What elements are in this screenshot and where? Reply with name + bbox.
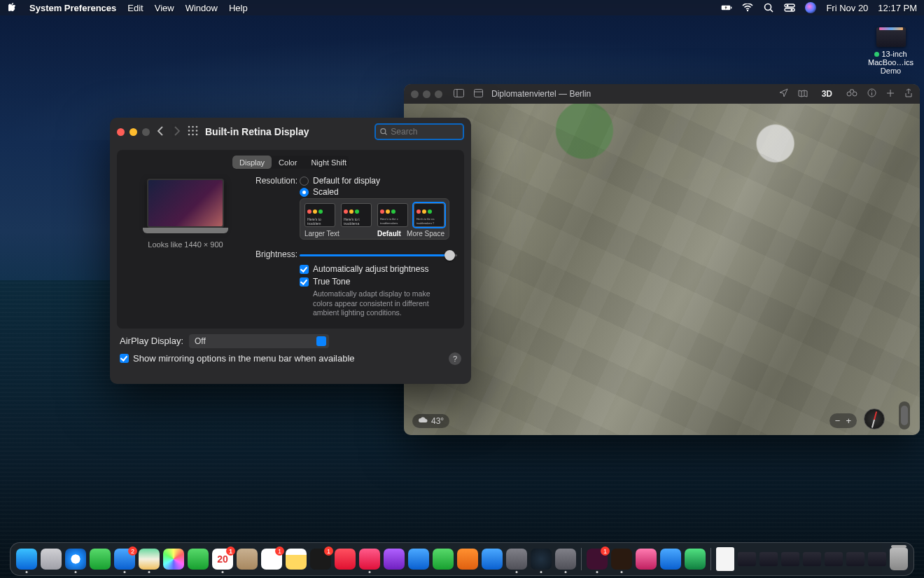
clock-time[interactable]: 12:17 PM <box>878 3 917 13</box>
map-viewport[interactable]: 43° −+ <box>404 104 920 435</box>
search-field[interactable] <box>374 123 464 140</box>
checkbox-auto-brightness[interactable]: Automatically adjust brightness <box>300 264 446 274</box>
minimized-window[interactable] <box>803 552 821 566</box>
dock-app-omnigraffle[interactable] <box>685 549 706 570</box>
dimension-toggle[interactable]: 3D <box>818 88 836 99</box>
dock-app-music[interactable] <box>359 549 380 570</box>
pref-toolbar: Built-in Retina Display <box>110 118 471 146</box>
map-mode-icon[interactable] <box>798 89 808 99</box>
weather-badge[interactable]: 43° <box>412 414 449 428</box>
scale-option-more-space[interactable]: Here's to the cratroublemakers Tones who… <box>414 203 444 227</box>
trash-icon[interactable] <box>890 548 908 570</box>
dock-app-mail[interactable]: 2 <box>114 549 135 570</box>
dock-app-pages[interactable] <box>457 549 478 570</box>
dock-app-maps[interactable] <box>139 549 160 570</box>
dock-app-podcasts[interactable] <box>384 549 405 570</box>
scale-option-default[interactable]: Here's to the ctroublemakersones who see… <box>377 203 408 227</box>
info-icon[interactable] <box>867 88 876 99</box>
scale-option-2[interactable]: Here's to ttroublemaones who <box>341 203 372 227</box>
dock-app-photos[interactable] <box>163 549 184 570</box>
dock-app-calendar[interactable]: 201 <box>212 549 233 570</box>
monitor-preview-icon <box>147 179 224 228</box>
apple-menu-icon[interactable] <box>7 2 18 13</box>
minimized-window[interactable] <box>738 552 756 566</box>
dock-app-affinity-designer[interactable] <box>660 549 681 570</box>
airplay-select[interactable]: Off⌃⌄ <box>189 334 329 348</box>
dock-app-safari[interactable] <box>65 549 86 570</box>
dock-app-syspref[interactable] <box>506 549 527 570</box>
menu-help[interactable]: Help <box>229 3 248 13</box>
menu-window[interactable]: Window <box>186 3 218 13</box>
minimize-button[interactable] <box>130 128 137 136</box>
checkbox-mirroring-menubar[interactable]: Show mirroring options in the menu bar w… <box>120 353 355 364</box>
battery-icon[interactable] <box>721 2 732 13</box>
dock-app-finder[interactable] <box>16 549 37 570</box>
location-icon[interactable] <box>779 88 788 99</box>
tab-nightshift[interactable]: Night Shift <box>304 156 349 169</box>
compass-icon[interactable] <box>864 408 885 429</box>
maps-traffic-lights[interactable] <box>411 90 442 98</box>
sidebar-toggle-icon[interactable] <box>454 89 464 99</box>
close-button[interactable] <box>117 128 125 136</box>
dock-app-reminders[interactable]: 1 <box>261 549 282 570</box>
minimized-window[interactable] <box>846 552 864 566</box>
binoculars-icon[interactable] <box>846 89 858 99</box>
zoom-in-icon[interactable]: + <box>846 415 851 426</box>
search-input[interactable] <box>391 127 458 137</box>
forward-button <box>174 126 181 138</box>
view-options-icon[interactable] <box>474 89 483 99</box>
tilt-control[interactable] <box>899 401 910 429</box>
add-bookmark-icon[interactable] <box>886 89 895 99</box>
tab-display[interactable]: Display <box>232 156 272 169</box>
show-all-button[interactable] <box>188 125 198 138</box>
dock-app-tv[interactable]: 1 <box>310 549 331 570</box>
spotlight-icon[interactable] <box>763 2 774 13</box>
clock-date[interactable]: Fri Nov 20 <box>826 3 868 13</box>
dock-app-contacts[interactable] <box>237 549 258 570</box>
minimized-window[interactable] <box>760 552 778 566</box>
radio-scaled[interactable]: Scaled <box>300 187 449 197</box>
control-center-icon[interactable] <box>784 2 795 13</box>
brightness-slider[interactable] <box>300 249 457 261</box>
true-tone-hint: Automatically adapt display to make colo… <box>313 289 446 318</box>
dock-separator <box>710 548 711 570</box>
checkbox-true-tone[interactable]: True Tone <box>300 277 446 287</box>
zoom-out-icon[interactable]: − <box>835 415 841 426</box>
dock-app-slack[interactable]: 1 <box>587 549 608 570</box>
dock-app-quicktime[interactable] <box>531 549 552 570</box>
menu-edit[interactable]: Edit <box>127 3 143 13</box>
svg-point-7 <box>787 5 789 7</box>
scale-option-larger[interactable]: Here's totroublem <box>304 203 335 227</box>
dock-app-keynote[interactable] <box>408 549 429 570</box>
svg-point-20 <box>188 126 190 128</box>
resolution-label: Resolution: <box>255 176 300 240</box>
minimized-window[interactable] <box>868 552 886 566</box>
wifi-icon[interactable] <box>742 2 753 13</box>
siri-icon[interactable] <box>805 2 816 13</box>
dock-app-messages[interactable] <box>90 549 111 570</box>
dock-app-notes[interactable] <box>286 549 307 570</box>
menu-view[interactable]: View <box>155 3 174 13</box>
minimized-window[interactable] <box>781 552 799 566</box>
dock-app-screenshot[interactable] <box>555 549 576 570</box>
svg-point-14 <box>853 92 857 96</box>
dock-app-appstore[interactable] <box>482 549 503 570</box>
dock-app-launchpad[interactable] <box>41 549 62 570</box>
dock-app-news[interactable] <box>335 549 356 570</box>
svg-point-29 <box>381 129 386 134</box>
zoom-control[interactable]: −+ <box>830 413 857 428</box>
dock-app-numbers[interactable] <box>433 549 454 570</box>
share-icon[interactable] <box>904 88 913 100</box>
resolution-scale-picker: Here's totroublem Here's to ttroublemaon… <box>300 198 449 240</box>
tab-color[interactable]: Color <box>272 156 304 169</box>
back-button[interactable] <box>157 126 164 138</box>
minimized-window[interactable] <box>825 552 843 566</box>
radio-default-display[interactable]: Default for display <box>300 176 449 186</box>
dock-app-affinity-photo[interactable] <box>636 549 657 570</box>
app-name[interactable]: System Preferences <box>29 3 116 13</box>
dock-app-pixelmator[interactable] <box>611 549 632 570</box>
dock-document[interactable] <box>716 547 734 571</box>
help-button[interactable]: ? <box>449 352 461 365</box>
dock-app-facetime[interactable] <box>188 549 209 570</box>
desktop-screenshot-file[interactable]: 13-inch MacBoo…ics Demo <box>864 25 917 75</box>
